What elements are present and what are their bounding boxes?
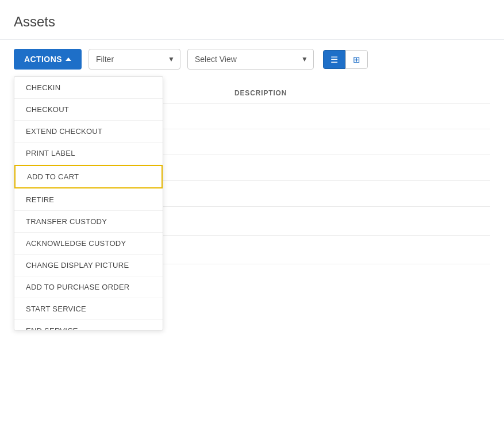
dropdown-item-end-service[interactable]: END SERVICE [14,320,163,330]
row-description [228,129,490,155]
row-description [228,207,490,236]
row-description [228,236,490,264]
actions-dropdown-menu: CHECKINCHECKOUTEXTEND CHECKOUTPRINT LABE… [14,76,163,330]
list-view-icon: ☰ [330,55,338,64]
view-toggle-group: ☰ ⊞ [323,50,368,69]
page-header: Assets [0,0,504,40]
grid-view-button[interactable]: ⊞ [345,50,368,69]
dropdown-item-add-to-purchase-order[interactable]: ADD TO PURCHASE ORDER [14,276,163,298]
dropdown-item-change-display-picture[interactable]: CHANGE DISPLAY PICTURE [14,255,163,276]
actions-label: ACTIONS [24,55,62,64]
dropdown-scroll: CHECKINCHECKOUTEXTEND CHECKOUTPRINT LABE… [14,77,163,330]
col-header-description: DESCRIPTION [228,83,490,103]
row-description [228,155,490,181]
actions-arrow-icon [66,57,71,61]
dropdown-item-start-service[interactable]: START SERVICE [14,298,163,320]
dropdown-item-print-label[interactable]: PRINT LABEL [14,143,163,164]
row-description [228,181,490,207]
dropdown-item-checkout[interactable]: CHECKOUT [14,99,163,121]
dropdown-item-add-to-cart[interactable]: ADD TO CART [14,165,163,188]
dropdown-item-retire[interactable]: RETIRE [14,189,163,211]
row-description [228,103,490,129]
filter-wrapper: Filter ▼ [89,49,180,70]
list-view-button[interactable]: ☰ [323,50,345,69]
dropdown-item-checkin[interactable]: CHECKIN [14,77,163,99]
dropdown-item-transfer-custody[interactable]: TRANSFER CUSTODY [14,211,163,233]
dropdown-item-extend-checkout[interactable]: EXTEND CHECKOUT [14,121,163,143]
view-select-wrapper: Select View ▼ [187,49,314,70]
toolbar: ACTIONS Filter ▼ Select View ▼ ☰ ⊞ [0,40,504,79]
grid-view-icon: ⊞ [353,55,360,64]
view-select[interactable]: Select View [187,49,314,70]
actions-button[interactable]: ACTIONS [14,49,82,70]
dropdown-item-acknowledge-custody[interactable]: ACKNOWLEDGE CUSTODY [14,233,163,255]
page-title: Assets [14,14,490,30]
filter-select[interactable]: Filter [89,49,180,70]
